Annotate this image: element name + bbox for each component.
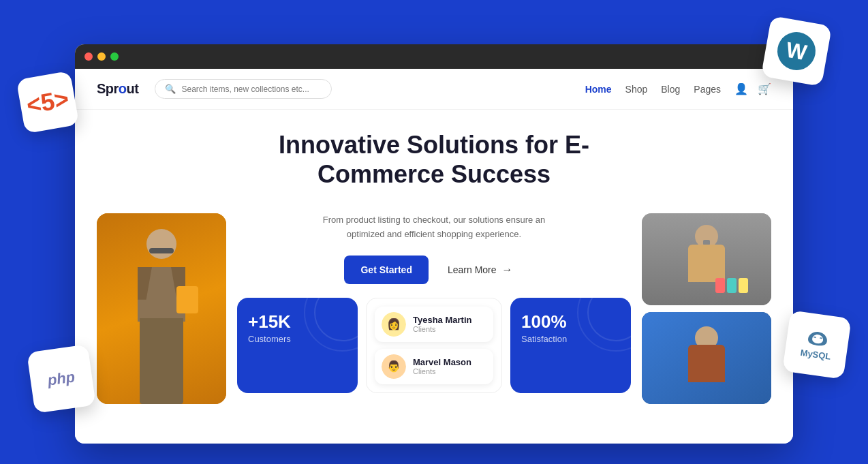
hero-title: Innovative Solutions for E-Commerce Succ… — [230, 130, 638, 189]
satisfaction-stat-card: 100% Satisfaction — [510, 298, 631, 393]
nav-pages[interactable]: Pages — [694, 84, 721, 95]
mysql-label: MySQL — [800, 347, 831, 361]
client-item-1: 👩 Tyesha Martin Clients — [375, 307, 493, 342]
clients-card: 👩 Tyesha Martin Clients 👨 — [366, 298, 502, 393]
nav-icons: 👤 🛒 — [734, 82, 771, 95]
hero-buttons: Get Started Learn More → — [344, 256, 523, 284]
right-images — [642, 213, 771, 404]
customers-label: Customers — [248, 334, 291, 344]
client-info-2: Marvel Mason Clients — [413, 357, 471, 375]
main-grid: From product listing to checkout, our so… — [75, 213, 793, 431]
nav-blog[interactable]: Blog — [661, 84, 680, 95]
center-content: From product listing to checkout, our so… — [237, 213, 631, 431]
hero-description: From product listing to checkout, our so… — [311, 213, 557, 242]
html-badge: <5> — [16, 71, 80, 134]
learn-more-button[interactable]: Learn More → — [437, 256, 524, 284]
site-logo: Sprout — [97, 81, 138, 97]
w1-body — [688, 245, 725, 282]
shopping-person-image — [97, 213, 226, 404]
customers-number: +15K — [248, 311, 347, 332]
left-hero-image — [97, 213, 226, 404]
search-bar[interactable]: 🔍 — [155, 79, 332, 99]
woman-in-sweater-image — [642, 312, 771, 404]
wp-icon: W — [775, 29, 819, 74]
stats-row: +15K Customers 👩 Tyesha Mar — [237, 298, 631, 393]
shopping-bag — [176, 286, 198, 313]
client-avatar-1: 👩 — [382, 312, 406, 337]
user-icon[interactable]: 👤 — [734, 82, 748, 95]
person-pants — [140, 318, 183, 404]
customers-stat-card: +15K Customers — [237, 298, 358, 393]
html-icon: <5> — [25, 84, 71, 120]
satisfaction-number: 100% — [521, 311, 620, 332]
client-avatar-2: 👨 — [382, 354, 406, 379]
satisfaction-label: Satisfaction — [521, 334, 567, 344]
woman-figure-1 — [642, 213, 771, 305]
php-badge: php — [27, 344, 96, 414]
client-role-1: Clients — [413, 325, 471, 333]
wordpress-badge: W — [761, 16, 832, 87]
browser-window: Sprout 🔍 Home Shop Blog Pages 👤 🛒 Innova… — [75, 44, 793, 444]
price-tags-decoration — [715, 278, 748, 293]
client-name-2: Marvel Mason — [413, 357, 471, 367]
nav-links: Home Shop Blog Pages — [585, 84, 721, 95]
w2-body — [688, 345, 725, 382]
website-content: Sprout 🔍 Home Shop Blog Pages 👤 🛒 Innova… — [75, 69, 793, 444]
person-figure — [121, 213, 202, 404]
woman-with-tags-image — [642, 213, 771, 305]
get-started-button[interactable]: Get Started — [344, 256, 428, 284]
php-icon: php — [46, 368, 76, 389]
window-minimize-dot[interactable] — [97, 52, 106, 61]
search-input[interactable] — [181, 84, 317, 94]
client-role-2: Clients — [413, 367, 471, 375]
person-head — [146, 229, 176, 259]
client-info-1: Tyesha Martin Clients — [413, 315, 471, 333]
navbar: Sprout 🔍 Home Shop Blog Pages 👤 🛒 — [75, 69, 793, 110]
nav-home[interactable]: Home — [585, 84, 612, 95]
mysql-badge: MySQL — [782, 310, 852, 380]
mysql-dolphin-icon — [805, 328, 831, 348]
client-name-1: Tyesha Martin — [413, 315, 471, 325]
nav-shop[interactable]: Shop — [625, 84, 648, 95]
client-item-2: 👨 Marvel Mason Clients — [375, 349, 493, 384]
window-maximize-dot[interactable] — [110, 52, 119, 61]
browser-titlebar — [75, 44, 793, 69]
person-glasses — [149, 248, 174, 253]
hero-section: Innovative Solutions for E-Commerce Succ… — [75, 110, 793, 213]
arrow-right-icon: → — [502, 264, 513, 276]
window-close-dot[interactable] — [84, 52, 93, 61]
cart-icon[interactable]: 🛒 — [758, 82, 771, 95]
search-icon: 🔍 — [165, 84, 176, 94]
